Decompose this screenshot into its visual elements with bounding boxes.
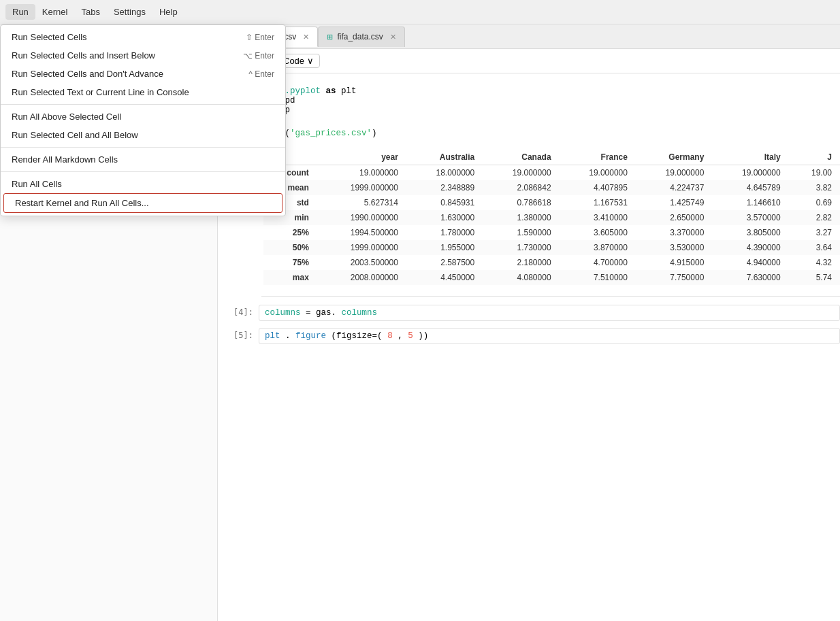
col-header-canada: Canada	[483, 150, 559, 165]
col-header-france: France	[560, 150, 636, 165]
tab-close-fifa[interactable]: ✕	[390, 33, 396, 41]
menu-run-text-console[interactable]: Run Selected Text or Current Line in Con…	[1, 83, 285, 101]
table-row: 25% 1994.500000 1.780000 1.590000 3.6050…	[263, 225, 840, 240]
col-header-year: year	[317, 150, 406, 165]
row-label-50pct: 50%	[263, 240, 317, 255]
menu-settings[interactable]: Settings	[107, 4, 152, 20]
menu-run-all-above[interactable]: Run All Above Selected Cell	[1, 107, 285, 126]
menu-help[interactable]: Help	[152, 4, 184, 20]
menu-run-all-cells[interactable]: Run All Cells	[1, 175, 285, 193]
menu-run-insert-below[interactable]: Run Selected Cells and Insert Below ⌥ En…	[1, 46, 285, 65]
run-dropdown-menu: Run Selected Cells ⇧ Enter Run Selected …	[0, 24, 286, 216]
table-row: max 2008.000000 4.450000 4.080000 7.5100…	[263, 270, 840, 285]
cell-5: [5]: plt . figure (figsize=( 8 , 5 ))	[218, 325, 840, 347]
cell-5-content[interactable]: plt . figure (figsize=( 8 , 5 ))	[259, 328, 840, 344]
tab-fifa-data[interactable]: ⊞ fifa_data.csv ✕	[318, 27, 404, 47]
tab-close-gas[interactable]: ✕	[303, 33, 309, 41]
menu-restart-run-all[interactable]: Restart Kernel and Run All Cells...	[3, 193, 282, 213]
menu-kernel[interactable]: Kernel	[35, 4, 75, 20]
tab-bar: ⊞ gas_prices.csv ✕ ⊞ fifa_data.csv ✕	[218, 24, 840, 49]
table-row: 75% 2003.500000 2.587500 2.180000 4.7000…	[263, 255, 840, 270]
chevron-down-icon: ∨	[307, 56, 314, 66]
row-label-max: max	[263, 270, 317, 285]
row-label-25pct: 25%	[263, 225, 317, 240]
stats-table: year Australia Canada France Germany Ita…	[263, 150, 840, 285]
tab-label-fifa: fifa_data.csv	[337, 32, 383, 41]
menu-tabs[interactable]: Tabs	[74, 4, 106, 20]
table-row: count 19.000000 18.000000 19.000000 19.0…	[263, 165, 840, 181]
row-label-75pct: 75%	[263, 255, 317, 270]
import-cell-content: lib.pyplot as plt as pd s np	[263, 83, 840, 118]
separator-3	[1, 171, 285, 172]
menu-run-selected-cells[interactable]: Run Selected Cells ⇧ Enter	[1, 28, 285, 46]
cell-4-content[interactable]: columns = gas. columns	[259, 305, 840, 321]
menu-run[interactable]: Run	[5, 4, 35, 20]
col-header-germany: Germany	[636, 150, 712, 165]
divider	[261, 296, 840, 297]
cell-4: [4]: columns = gas. columns	[218, 302, 840, 324]
cell-number-4: [4]:	[218, 305, 259, 317]
menu-run-all-below[interactable]: Run Selected Cell and All Below	[1, 126, 285, 144]
toolbar: ↺ ▶▶ Code ∨	[218, 49, 840, 73]
content-wrapper: ⊞ gas_prices.csv ✕ ⊞ fifa_data.csv ✕ ↺ ▶…	[218, 24, 840, 621]
table-row: mean 1999.000000 2.348889 2.086842 4.407…	[263, 180, 840, 195]
tab-icon-fifa: ⊞	[327, 33, 333, 41]
table-row: min 1990.000000 1.630000 1.380000 3.4100…	[263, 210, 840, 225]
cell-number-5: [5]:	[218, 328, 259, 340]
cell-area[interactable]: lib.pyplot as plt as pd s np csv('gas_pr…	[218, 73, 840, 621]
separator-2	[1, 147, 285, 148]
menu-render-markdown[interactable]: Render All Markdown Cells	[1, 150, 285, 169]
table-row: std 5.627314 0.845931 0.786618 1.167531 …	[263, 195, 840, 210]
col-header-australia: Australia	[406, 150, 483, 165]
separator-1	[1, 104, 285, 105]
menu-run-dont-advance[interactable]: Run Selected Cells and Don't Advance ^ E…	[1, 65, 285, 83]
menubar: Run Kernel Tabs Settings Help Run Select…	[0, 0, 840, 24]
table-output: year Australia Canada France Germany Ita…	[261, 144, 840, 290]
cell-type-label: Code	[283, 56, 304, 66]
col-header-italy: Italy	[712, 150, 788, 165]
read-csv-cell: csv('gas_prices.csv')	[263, 125, 840, 141]
table-row: 50% 1999.000000 1.955000 1.730000 3.8700…	[263, 240, 840, 255]
col-header-j: J	[789, 150, 840, 165]
